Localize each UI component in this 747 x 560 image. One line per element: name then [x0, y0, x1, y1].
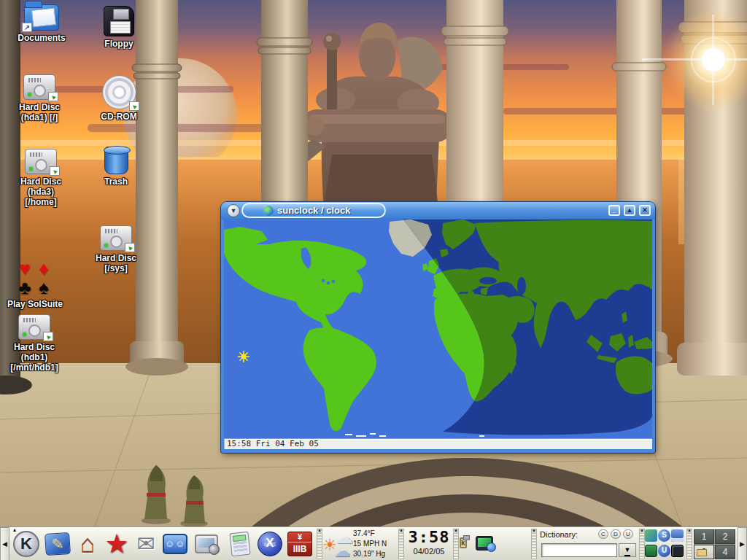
pager-desktop-1[interactable]: 1: [694, 529, 714, 544]
dictionary-d-button[interactable]: D: [611, 529, 621, 539]
window-title: sunclock / clock: [277, 205, 350, 216]
system-tray: S U: [645, 529, 686, 559]
home-launcher[interactable]: ⌂: [74, 530, 101, 558]
icon-label: Hard Disc[/sys]: [82, 253, 150, 273]
pager-desktop-3[interactable]: 3: [694, 545, 714, 559]
right-arrow-icon: ▶: [740, 540, 745, 548]
clipboard-tool[interactable]: k: [460, 535, 467, 550]
icon-label: Hard Disc(hdb1)[/mnt/hdb1]: [1, 342, 68, 373]
japanese-tool-icon: ¥IIIB: [287, 532, 312, 556]
tray-icon-6[interactable]: [671, 545, 684, 557]
panel-hide-right-button[interactable]: ▶: [738, 527, 747, 560]
mail-launcher[interactable]: ✉: [132, 530, 160, 558]
sunclock-window: ▼ sunclock / clock _ ▲ ✕: [221, 202, 655, 453]
dictionary-dropdown-button[interactable]: ▼: [619, 543, 636, 557]
desktop-icon-hdb1[interactable]: ▲ Hard Disc(hdb1)[/mnt/hdb1]: [1, 314, 68, 373]
applet-handle[interactable]: ▴: [453, 529, 459, 559]
hard-disc-icon: ▲: [23, 74, 55, 100]
clock-time: 3:58: [406, 529, 452, 546]
weather-applet[interactable]: ☀ ☁ ☁: [324, 530, 352, 558]
screenshot-launcher[interactable]: [193, 530, 220, 558]
chat-launcher[interactable]: ☺☺: [161, 530, 189, 558]
icon-label: Documents: [8, 33, 75, 43]
maximize-button[interactable]: ▲: [624, 205, 635, 216]
desktop-icon-sys[interactable]: ▲ Hard Disc[/sys]: [82, 225, 150, 273]
icon-label: Hard Disc(hda3)[/home]: [7, 176, 74, 207]
desktop-icon-hda3[interactable]: ▲ Hard Disc(hda3)[/home]: [7, 149, 74, 207]
desktop-icon-solsuite[interactable]: ♥♦ ♣♠ Play SolSuite: [1, 259, 69, 309]
cdrom-icon: ▲: [102, 75, 136, 109]
applet-handle[interactable]: ▴: [686, 529, 692, 559]
remote-desktop-tool[interactable]: [476, 536, 493, 551]
close-button[interactable]: ✕: [639, 205, 651, 216]
minimize-button[interactable]: _: [608, 205, 620, 216]
applet-handle[interactable]: ▴: [531, 529, 537, 559]
remote-desktop-icon: [476, 536, 493, 551]
star-launcher[interactable]: ★: [103, 530, 131, 558]
trash-icon: [104, 147, 128, 174]
desktop-icon-trash[interactable]: Trash: [82, 147, 150, 187]
desktop-icon-hda1[interactable]: ▲ Hard Disc(hda1) [/]: [6, 74, 73, 122]
window-menu-button[interactable]: ▼: [227, 204, 240, 217]
taskbar: ◀ ▴ K ✎ ⌂ ★ ✉ ☺☺ XMMS ¥IIIB ▴ ☀ ☁ ☁ 37.4…: [0, 526, 747, 560]
dictionary-label: Dictionary:: [540, 530, 578, 539]
up-arrow-icon: ▴: [687, 528, 692, 532]
xmms-icon: XMMS: [258, 532, 282, 556]
japanese-tool-launcher[interactable]: ¥IIIB: [286, 530, 314, 558]
dictionary-u-button[interactable]: U: [623, 529, 633, 539]
home-icon: ⌂: [80, 532, 96, 556]
mounted-emblem-icon: ▲: [48, 92, 58, 101]
down-arrow-icon: ▼: [624, 545, 631, 556]
xmms-launcher[interactable]: XMMS: [256, 530, 284, 558]
mail-icon: ✉: [136, 533, 155, 555]
hard-disc-icon: ▲: [25, 149, 57, 174]
sunclock-app-icon: [263, 206, 274, 216]
tray-icon-2[interactable]: S: [658, 529, 670, 542]
up-arrow-icon: ▴: [399, 528, 403, 532]
screenshot-icon: [195, 534, 218, 553]
star-icon: ★: [105, 531, 128, 557]
cloud-icon: ☁: [334, 542, 350, 560]
desktop: ↗ Documents Floppy ▲ Hard Disc(hda1) [/]…: [0, 0, 747, 560]
icon-label: Play SolSuite: [1, 299, 69, 309]
world-map[interactable]: [224, 219, 652, 438]
panel-hide-left-button[interactable]: ◀: [0, 527, 9, 560]
desktop-icon-cdrom[interactable]: ▲ CD-ROM: [85, 75, 152, 122]
kmenu-button[interactable]: K: [12, 530, 40, 558]
icon-label: Floppy: [85, 39, 152, 49]
tray-icon-3[interactable]: [671, 529, 684, 542]
hard-disc-icon: ▲: [100, 225, 132, 251]
window-titlebar[interactable]: ▼ sunclock / clock _ ▲ ✕: [221, 202, 655, 219]
pager-desktop-2[interactable]: 2: [715, 529, 735, 544]
popup-indicator-icon: ▴: [13, 527, 16, 532]
weather-readout: 37.4°F 15 MPH N 30.19" Hg: [353, 529, 398, 559]
left-arrow-icon: ◀: [2, 540, 7, 548]
tray-icon-5[interactable]: U: [658, 545, 670, 557]
clock-date: 04/02/05: [406, 546, 452, 556]
floppy-icon: [104, 6, 134, 36]
dictionary-applet: Dictionary: C D U ▼: [537, 528, 638, 560]
tray-icon-1[interactable]: [645, 529, 657, 542]
clock-applet[interactable]: 3:58 04/02/05: [406, 529, 452, 556]
dictionary-c-button[interactable]: C: [598, 529, 608, 539]
mounted-emblem-icon: ▲: [50, 166, 60, 176]
desktop-pager: 1 2 3 4: [694, 529, 735, 559]
calculator-icon: [229, 532, 250, 557]
pager-desktop-4[interactable]: 4: [715, 545, 735, 559]
mounted-emblem-icon: ▲: [43, 332, 53, 341]
applet-handle[interactable]: ▴: [639, 529, 645, 559]
notes-launcher[interactable]: ✎: [44, 530, 71, 558]
calculator-launcher[interactable]: [226, 530, 254, 558]
up-arrow-icon: ▴: [640, 528, 644, 532]
weather-wind: 15 MPH N: [353, 539, 398, 549]
desktop-icon-documents[interactable]: ↗ Documents: [8, 4, 75, 43]
link-emblem-icon: ↗: [22, 23, 32, 32]
applet-handle[interactable]: ▴: [317, 529, 322, 559]
dictionary-input[interactable]: [541, 543, 617, 557]
desktop-icon-floppy[interactable]: Floppy: [85, 6, 152, 49]
tray-icon-4[interactable]: [645, 545, 657, 557]
hard-disc-icon: ▲: [18, 314, 50, 340]
applet-handle[interactable]: ▴: [398, 529, 404, 559]
notes-icon: ✎: [44, 532, 71, 556]
icon-label: Trash: [82, 176, 150, 187]
